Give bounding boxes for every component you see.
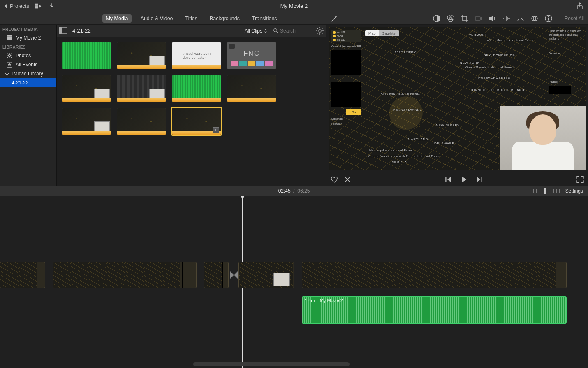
reset-all-button[interactable]: Reset All — [565, 16, 584, 21]
svg-line-25 — [322, 33, 323, 33]
sidebar-header-libraries: LIBRARIES — [0, 42, 56, 51]
clip-appearance-icon[interactable] — [316, 27, 324, 35]
svg-line-11 — [11, 57, 12, 58]
language-selector[interactable]: en-US el-NL de-DE — [331, 30, 361, 42]
map-label-de: DELAWARE — [434, 142, 454, 145]
import-icon[interactable] — [48, 2, 56, 10]
tab-my-media[interactable]: My Media — [102, 14, 131, 23]
sidebar-project-my-movie-2[interactable]: My Movie 2 — [0, 33, 56, 42]
timeline-scrollbar[interactable] — [193, 362, 350, 366]
volume-icon[interactable] — [489, 15, 496, 22]
enhance-icon[interactable] — [331, 15, 338, 22]
map-left-panel: en-US el-NL de-DE Current language fr-FR… — [331, 30, 361, 168]
clip-filter-icon[interactable] — [531, 15, 538, 22]
map-tab-map[interactable]: Map — [365, 30, 379, 36]
svg-rect-2 — [35, 7, 38, 8]
svg-rect-32 — [475, 17, 480, 20]
media-clip[interactable] — [62, 75, 111, 102]
media-clip[interactable] — [62, 108, 111, 135]
media-clip[interactable] — [117, 108, 166, 135]
clips-filter-dropdown[interactable]: All Clips — [245, 28, 267, 34]
timecode-current: 02:45 — [278, 188, 291, 194]
timeline-transition[interactable] — [230, 262, 238, 288]
fullscreen-icon[interactable] — [576, 176, 584, 183]
share-icon[interactable] — [576, 2, 584, 10]
library-list-icon[interactable] — [35, 2, 42, 10]
map-type-switch[interactable]: Map Satellite — [365, 30, 399, 36]
tab-titles[interactable]: Titles — [182, 14, 201, 23]
media-clip[interactable] — [117, 75, 166, 102]
zoom-slider[interactable] — [533, 189, 562, 193]
go-button[interactable]: Go — [346, 109, 361, 115]
back-to-projects-button[interactable]: Projects — [4, 3, 29, 9]
favorite-icon[interactable] — [331, 176, 338, 183]
media-clip[interactable] — [227, 75, 276, 102]
next-clip-button[interactable] — [476, 176, 483, 183]
info-icon[interactable] — [545, 15, 552, 22]
timeline-header: 02:45 / 06:25 Settings — [0, 186, 588, 196]
map-current-language: Current language fr-FR — [331, 45, 361, 48]
color-correction-icon[interactable] — [447, 15, 454, 22]
svg-line-27 — [317, 33, 318, 33]
svg-rect-16 — [59, 27, 62, 34]
clips-grid[interactable]: tmssoftware.comdevelop faster FNC 1.4m + — [57, 37, 326, 186]
color-balance-icon[interactable] — [433, 15, 440, 22]
media-clip[interactable] — [117, 42, 166, 69]
media-clip[interactable] — [62, 42, 111, 69]
prev-clip-button[interactable] — [444, 176, 452, 183]
sidebar-imovie-library[interactable]: iMovie Library — [0, 69, 56, 78]
map-label-nh: NEW HAMPSHIRE — [484, 53, 515, 56]
svg-line-13 — [7, 57, 8, 58]
reject-icon[interactable] — [344, 176, 351, 183]
map-destination-box[interactable] — [331, 82, 361, 107]
map-origin-box[interactable] — [331, 50, 361, 75]
timeline-clip[interactable] — [53, 262, 197, 288]
lang-el: el-NL — [337, 35, 344, 37]
media-search[interactable] — [271, 28, 313, 34]
map-label-gwf: George Washington & Jefferson National F… — [368, 155, 441, 158]
tab-backgrounds[interactable]: Backgrounds — [206, 14, 243, 23]
sidebar-all-events[interactable]: All Events — [0, 60, 56, 69]
search-icon — [273, 28, 278, 33]
media-clip[interactable] — [172, 75, 221, 102]
timeline-clip[interactable] — [302, 262, 567, 288]
map-label-ma: MASSACHUSETTS — [478, 76, 510, 79]
timeline-settings-button[interactable]: Settings — [565, 188, 583, 194]
viewer-map: Map Satellite en-US el-NL de-DE Current … — [329, 27, 586, 170]
media-clip[interactable]: tmssoftware.comdevelop faster — [172, 42, 221, 69]
timeline-audio-clip[interactable]: 1.4m – My Movie 2 — [302, 296, 567, 324]
map-footer-duration: Duration: — [331, 123, 361, 126]
sidebar-library-photos[interactable]: Photos — [0, 51, 56, 60]
window-title: My Movie 2 — [0, 3, 588, 9]
timeline[interactable]: 1.4m – My Movie 2 — [0, 196, 588, 368]
sidebar-event-4-21-22[interactable]: 4-21-22 — [0, 78, 56, 87]
sidebar-toggle-icon[interactable] — [59, 27, 67, 35]
timeline-clip[interactable] — [0, 262, 45, 288]
viewer-controls — [326, 173, 588, 186]
search-input[interactable] — [280, 28, 313, 34]
timeline-clip[interactable] — [204, 262, 229, 288]
tab-transitions[interactable]: Transitions — [249, 14, 280, 23]
media-clip[interactable]: FNC — [227, 42, 276, 69]
crop-icon[interactable] — [461, 15, 468, 22]
chevron-down-icon — [5, 72, 9, 76]
play-button[interactable] — [460, 176, 468, 183]
svg-point-43 — [548, 16, 549, 17]
map-label-md: MARYLAND — [408, 137, 428, 141]
map-label-va: VIRGINIA — [391, 161, 407, 164]
tab-audio-video[interactable]: Audio & Video — [137, 14, 176, 23]
map-help-line1: Click the map to calculate the distance … — [549, 30, 583, 40]
timeline-audio-label: 1.4m – My Movie 2 — [305, 298, 343, 303]
map-tab-satellite[interactable]: Satellite — [379, 30, 399, 36]
timeline-clip[interactable] — [238, 262, 294, 288]
media-clip-selected[interactable]: 1.4m + — [172, 108, 221, 135]
clapper-icon — [7, 35, 12, 41]
add-clip-button[interactable]: + — [213, 127, 219, 133]
speed-icon[interactable] — [517, 15, 524, 22]
svg-point-17 — [274, 29, 277, 32]
noise-reduction-icon[interactable] — [503, 15, 510, 22]
viewer-stage[interactable]: Map Satellite en-US el-NL de-DE Current … — [329, 27, 586, 170]
stabilize-icon[interactable] — [475, 15, 482, 22]
map-places-box[interactable] — [549, 86, 571, 94]
svg-rect-1 — [35, 5, 38, 7]
